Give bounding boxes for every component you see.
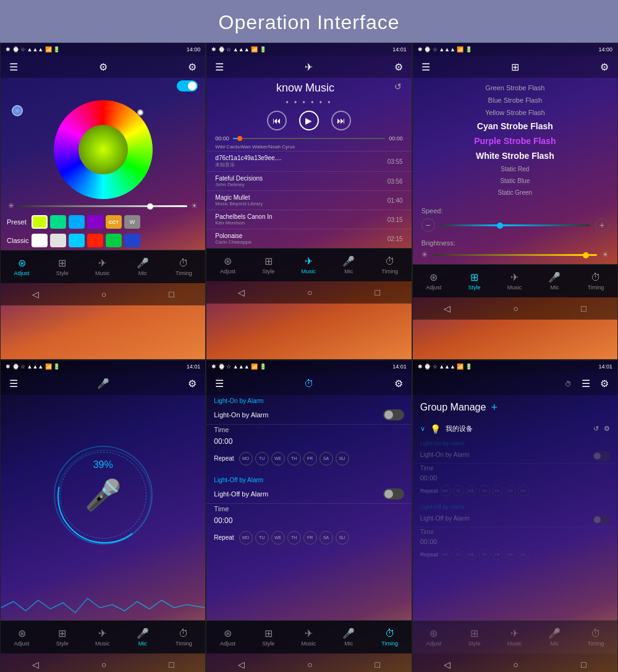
mic-circle[interactable]: 39% 🎤 [54, 446, 153, 545]
nav-timing-5[interactable]: ⏱ Timing [381, 628, 398, 647]
play-button[interactable]: ▶ [299, 111, 319, 130]
back-icon-4[interactable]: ◁ [32, 660, 39, 670]
strobe-static-green[interactable]: Static Green [413, 187, 617, 198]
back-icon-3[interactable]: ◁ [444, 304, 451, 313]
nav-adjust-4[interactable]: ⊛ Adjust [14, 627, 30, 647]
classic-swatch-1[interactable] [32, 234, 48, 247]
day-we-on[interactable]: WE [271, 452, 285, 466]
nav-style-3[interactable]: ⊞ Style [468, 271, 481, 291]
nav-music-4[interactable]: ✈ Music [95, 627, 110, 647]
day-fr-on[interactable]: FR [303, 452, 317, 466]
nav-timing-6[interactable]: ⏱ Timing [588, 628, 604, 647]
home-icon-3[interactable]: ○ [513, 304, 518, 313]
nav-music-3[interactable]: ✈ Music [507, 271, 522, 291]
nav-adjust-1[interactable]: ⊛ Adjust [14, 257, 30, 276]
progress-track[interactable] [233, 138, 385, 139]
gear-icon-4[interactable]: ⚙ [188, 378, 197, 389]
classic-swatch-5[interactable] [106, 234, 122, 247]
menu-icon-4[interactable]: ☰ [9, 378, 18, 389]
nav-adjust-3[interactable]: ⊛ Adjust [426, 271, 441, 291]
nav-music-6[interactable]: ✈ Music [507, 627, 522, 647]
menu-icon-2[interactable]: ☰ [215, 61, 224, 73]
refresh-icon[interactable]: ↺ [593, 425, 599, 433]
nav-mic-5[interactable]: 🎤 Mic [342, 627, 355, 647]
wheel-selector[interactable] [137, 109, 143, 116]
nav-style-2[interactable]: ⊞ Style [262, 255, 274, 274]
speed-plus[interactable]: + [595, 218, 609, 232]
nav-mic-1[interactable]: 🎤 Mic [137, 257, 149, 276]
gear-icon-2[interactable]: ⚙ [394, 61, 403, 73]
back-icon-2[interactable]: ◁ [238, 287, 245, 297]
song-item-4[interactable]: Pachelbels Canon In Ken Morrison 03:15 [206, 210, 411, 229]
day-su-on[interactable]: SU [336, 452, 349, 466]
classic-swatch-4[interactable] [87, 234, 103, 247]
strobe-purple[interactable]: Purple Strobe Flash [413, 134, 617, 148]
nav-mic-3[interactable]: 🎤 Mic [548, 271, 561, 291]
gear-icon-3[interactable]: ⚙ [600, 61, 609, 73]
preset-swatch-1[interactable] [32, 215, 48, 229]
nav-timing-3[interactable]: ⏱ Timing [588, 272, 604, 291]
preset-swatch-4[interactable] [87, 215, 103, 229]
menu-icon-3[interactable]: ☰ [421, 61, 430, 73]
nav-mic-6[interactable]: 🎤 Mic [548, 627, 561, 647]
nav-adjust-6[interactable]: ⊛ Adjust [426, 627, 441, 647]
bright-track[interactable] [433, 254, 597, 256]
nav-music-1[interactable]: ✈ Music [95, 257, 110, 276]
nav-timing-2[interactable]: ⏱ Timing [381, 256, 398, 274]
recent-icon-6[interactable]: □ [581, 660, 586, 670]
home-icon[interactable]: ○ [101, 289, 106, 299]
nav-music-5[interactable]: ✈ Music [301, 627, 316, 647]
brightness-slider[interactable] [18, 205, 187, 207]
day-mo-off[interactable]: MO [239, 531, 253, 545]
day-sa-off[interactable]: SA [320, 531, 333, 545]
preset-swatch-2[interactable] [50, 215, 66, 229]
speed-minus[interactable]: − [421, 218, 435, 232]
strobe-green[interactable]: Green Strobe Flash [413, 82, 617, 94]
preset-swatch-3[interactable] [69, 215, 85, 229]
menu-icon-5[interactable]: ☰ [215, 378, 224, 389]
strobe-static-blue[interactable]: Static Blue [413, 175, 617, 187]
gear-icon-5[interactable]: ⚙ [394, 378, 403, 389]
song-item-2[interactable]: Fateful Decisions John Debney 03:56 [206, 171, 411, 190]
nav-music-2[interactable]: ✈ Music [301, 255, 316, 274]
nav-timing-1[interactable]: ⏱ Timing [176, 258, 192, 276]
add-group-button[interactable]: + [491, 401, 497, 414]
preset-swatch-cct[interactable]: CCT [106, 215, 122, 229]
day-th-off[interactable]: TH [287, 531, 301, 545]
back-icon[interactable]: ◁ [32, 289, 39, 299]
color-picker-dot[interactable] [12, 105, 23, 116]
speed-track[interactable] [440, 224, 590, 226]
back-icon-5[interactable]: ◁ [238, 660, 245, 670]
nav-style-1[interactable]: ⊞ Style [56, 257, 69, 276]
nav-style-5[interactable]: ⊞ Style [262, 627, 274, 647]
menu-icon[interactable]: ☰ [9, 61, 18, 73]
power-toggle[interactable] [177, 80, 198, 91]
song-item-5[interactable]: Polonaise Carlo Chiarappa 02:15 [206, 229, 411, 248]
grid-icon[interactable]: ⊞ [511, 61, 519, 73]
strobe-blue[interactable]: Blue Strobe Flash [413, 94, 617, 106]
prev-button[interactable]: ⏮ [267, 111, 287, 130]
home-icon-2[interactable]: ○ [307, 287, 312, 297]
recent-icon-3[interactable]: □ [581, 304, 586, 313]
home-icon-4[interactable]: ○ [101, 660, 106, 670]
recent-icon[interactable]: □ [169, 289, 174, 299]
classic-swatch-2[interactable] [50, 234, 66, 247]
song-item-1[interactable]: d76cf1a1c49a13e9ee.... 未知音乐 03:55 [206, 151, 411, 171]
home-icon-6[interactable]: ○ [513, 660, 518, 670]
strobe-yellow[interactable]: Yellow Strobe Flash [413, 106, 617, 119]
recent-icon-4[interactable]: □ [169, 660, 174, 670]
classic-swatch-3[interactable] [69, 234, 85, 247]
next-button[interactable]: ⏭ [331, 111, 351, 130]
light-on-toggle[interactable] [383, 409, 404, 420]
repeat-icon[interactable]: ↺ [394, 82, 402, 91]
color-wheel[interactable] [54, 100, 153, 199]
day-sa-on[interactable]: SA [320, 452, 333, 466]
day-fr-off[interactable]: FR [303, 531, 317, 545]
nav-mic-2[interactable]: 🎤 Mic [342, 255, 355, 274]
day-tu-on[interactable]: TU [255, 452, 269, 466]
day-th-on[interactable]: TH [287, 452, 301, 466]
settings-sliders-icon[interactable]: ⚙ [99, 61, 108, 73]
gear-icon[interactable]: ⚙ [188, 61, 197, 73]
light-off-toggle[interactable] [383, 488, 404, 500]
strobe-white[interactable]: White Strobe Flash [413, 148, 617, 163]
